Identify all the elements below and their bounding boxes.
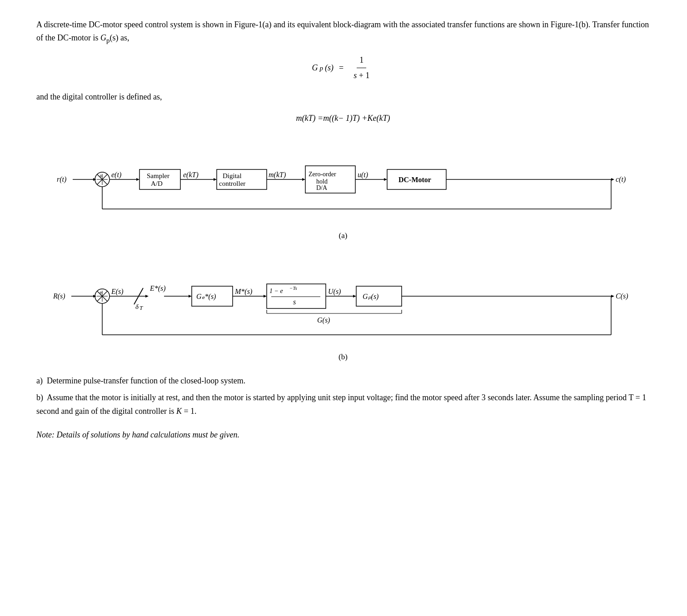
svg-text:u(t): u(t) (358, 171, 368, 179)
svg-text:−Ts: −Ts (289, 285, 297, 291)
svg-text:m(kT): m(kT) (269, 171, 286, 179)
svg-marker-23 (302, 178, 305, 181)
transfer-function-formula: Gp(s) = 1 s + 1 (36, 54, 650, 82)
intro-paragraph: A discrete-time DC-motor speed control s… (36, 18, 650, 45)
svg-marker-74 (611, 295, 614, 298)
svg-text:U(s): U(s) (328, 288, 341, 296)
svg-text:Gₚ(s): Gₚ(s) (363, 293, 378, 301)
svg-marker-70 (353, 295, 356, 298)
questions-block: a) Determine pulse-transfer function of … (36, 374, 650, 418)
svg-text:e(t): e(t) (111, 171, 121, 179)
svg-text:E*(s): E*(s) (149, 284, 166, 293)
svg-text:1 − e: 1 − e (269, 288, 283, 294)
svg-text:R(s): R(s) (53, 292, 65, 300)
fig-b-label: (b) (36, 351, 650, 363)
svg-marker-11 (136, 178, 139, 181)
svg-marker-52 (145, 295, 149, 298)
controller-equation: m(kT) = m((k − 1)T) + Ke(kT) (36, 112, 650, 125)
svg-text:Sampler: Sampler (147, 172, 169, 179)
figure-b-container: R(s) + E(s) E*(s) δ T (36, 255, 650, 363)
figure-a-diagram: r(t) + e(t) Sampler A/D e(kT) (48, 139, 638, 229)
svg-text:A/D: A/D (151, 180, 163, 187)
svg-text:C(s): C(s) (616, 292, 628, 300)
question-b: b) Assume that the motor is initially at… (36, 391, 650, 418)
svg-marker-62 (264, 295, 267, 298)
figure-a-container: r(t) + e(t) Sampler A/D e(kT) (36, 139, 650, 242)
fig-a-label: (a) (36, 229, 650, 242)
svg-text:s: s (293, 298, 296, 306)
svg-text:c(t): c(t) (616, 175, 626, 184)
svg-text:T: T (139, 304, 143, 311)
svg-text:DC-Motor: DC-Motor (398, 176, 431, 184)
svg-text:G(s): G(s) (317, 316, 330, 324)
svg-text:controller: controller (219, 180, 245, 187)
svg-text:r(t): r(t) (57, 175, 66, 184)
figure-b-diagram: R(s) + E(s) E*(s) δ T (48, 255, 638, 351)
svg-marker-57 (189, 295, 192, 298)
svg-text:hold: hold (316, 178, 328, 185)
controller-intro: and the digital controller is defined as… (36, 90, 650, 104)
svg-text:δ: δ (135, 303, 139, 310)
svg-text:Gₑ*(s): Gₑ*(s) (196, 293, 216, 301)
svg-rect-24 (305, 166, 355, 193)
svg-text:M*(s): M*(s) (234, 288, 252, 296)
svg-marker-30 (384, 178, 387, 181)
svg-text:E(s): E(s) (111, 288, 124, 296)
svg-text:Zero-order: Zero-order (309, 171, 336, 178)
svg-marker-34 (611, 178, 614, 181)
question-a: a) Determine pulse-transfer function of … (36, 374, 650, 388)
svg-marker-17 (214, 178, 217, 181)
svg-text:Digital: Digital (223, 172, 242, 179)
svg-text:e(kT): e(kT) (183, 171, 199, 179)
note-text: Note: Details of solutions by hand calcu… (36, 428, 650, 442)
svg-text:D/A: D/A (316, 184, 328, 191)
